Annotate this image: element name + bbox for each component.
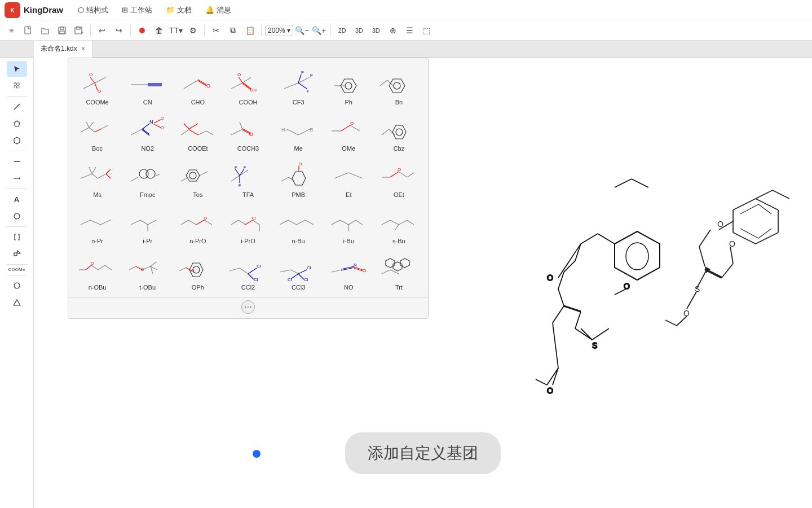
tool-ring5[interactable] bbox=[7, 116, 27, 132]
svg-line-228 bbox=[558, 289, 564, 306]
fg-item-n-PrO[interactable]: O n-PrO bbox=[173, 202, 222, 247]
fg-item-Et[interactable]: Et bbox=[324, 155, 373, 200]
custom-group-button[interactable]: 添加自定义基团 bbox=[345, 432, 501, 474]
fg-item-PMB[interactable]: O PMB bbox=[274, 155, 323, 200]
fg-item-COCH3[interactable]: O COCH3 bbox=[223, 109, 272, 154]
special-btn[interactable]: ⚙ bbox=[185, 23, 201, 38]
fg-item-i-Pr[interactable]: i-Pr bbox=[123, 202, 172, 247]
fg-item-i-Bu[interactable]: i-Bu bbox=[324, 202, 373, 247]
fg-item-Trt[interactable]: Trt bbox=[374, 248, 423, 293]
fg-item-n-OBu[interactable]: O n-OBu bbox=[73, 248, 122, 293]
fg-item-OPh[interactable]: O OPh bbox=[173, 248, 222, 293]
fg-item-OMe[interactable]: O OMe bbox=[324, 109, 373, 154]
menu-btn[interactable]: ≡ bbox=[3, 23, 19, 38]
3d-btn[interactable]: 3D bbox=[351, 23, 367, 38]
fg-structure-n-PrO: O bbox=[178, 207, 218, 237]
fg-structure-Et bbox=[328, 161, 369, 190]
zoom-in-btn[interactable]: 🔍+ bbox=[311, 23, 327, 38]
fg-item-Tos[interactable]: Tos bbox=[173, 155, 222, 200]
tool-circle2[interactable] bbox=[7, 278, 27, 294]
stereo-btn[interactable]: 3D bbox=[368, 23, 384, 38]
fg-item-CCl3[interactable]: Cl Cl Cl CCl3 bbox=[274, 248, 323, 293]
tool-arrow[interactable] bbox=[7, 170, 27, 186]
fg-item-Me[interactable]: H— R Me bbox=[274, 109, 323, 154]
fg-label-Tos: Tos bbox=[193, 191, 202, 198]
svg-line-103 bbox=[106, 174, 111, 178]
fg-item-Ms[interactable]: Ms bbox=[73, 155, 122, 200]
save-as-btn[interactable]: + bbox=[71, 23, 87, 38]
menu-xiaoxi[interactable]: 🔔 消息 bbox=[200, 3, 237, 17]
new-btn[interactable] bbox=[20, 23, 36, 38]
tool-lasso[interactable] bbox=[7, 78, 27, 94]
svg-line-136 bbox=[131, 220, 140, 225]
fg-item-Ph[interactable]: Ph bbox=[324, 63, 373, 108]
svg-marker-58 bbox=[389, 79, 405, 93]
fg-item-CN[interactable]: CN bbox=[123, 63, 172, 108]
atom-red-btn[interactable] bbox=[134, 23, 150, 38]
tool-triangle[interactable] bbox=[7, 295, 27, 310]
tool-line[interactable] bbox=[7, 154, 27, 169]
fg-item-s-Bu[interactable]: s-Bu bbox=[374, 202, 423, 247]
extra-btn2[interactable]: ☰ bbox=[402, 23, 418, 38]
copy-btn[interactable]: ⧉ bbox=[225, 23, 241, 38]
canvas[interactable]: O O COOMe bbox=[34, 58, 812, 508]
svg-line-191 bbox=[298, 270, 307, 274]
extra-btn3[interactable]: ⬚ bbox=[419, 23, 435, 38]
menu-gongzuozhan[interactable]: ⊞ 工作站 bbox=[116, 3, 158, 17]
tool-bracket[interactable] bbox=[7, 229, 27, 245]
zoom-select[interactable]: 200% ▾ bbox=[265, 25, 293, 36]
fg-item-i-PrO[interactable]: O i-PrO bbox=[223, 202, 272, 247]
fg-item-Boc[interactable]: Boc bbox=[73, 109, 122, 154]
save-btn[interactable] bbox=[54, 23, 70, 38]
tab-close-btn[interactable]: ✕ bbox=[81, 45, 86, 52]
2d-btn[interactable]: 2D bbox=[334, 23, 350, 38]
svg-line-100 bbox=[89, 167, 92, 174]
cut-btn[interactable]: ✂ bbox=[208, 23, 224, 38]
delete-btn[interactable]: 🗑 bbox=[151, 23, 167, 38]
fg-item-CF3[interactable]: F F F CF3 bbox=[274, 63, 323, 108]
svg-line-251 bbox=[699, 247, 705, 266]
fg-label-Fmoc: Fmoc bbox=[140, 191, 156, 198]
menu-jigoushi[interactable]: ⬡ 结构式 bbox=[72, 3, 114, 17]
tool-bond-single[interactable] bbox=[7, 99, 27, 115]
svg-line-225 bbox=[575, 244, 581, 261]
redo-btn[interactable]: ↪ bbox=[111, 23, 127, 38]
fg-item-NO[interactable]: N O NO bbox=[324, 248, 373, 293]
svg-text:O: O bbox=[161, 116, 164, 120]
fg-item-n-Bu[interactable]: n-Bu bbox=[274, 202, 323, 247]
tool-select[interactable] bbox=[7, 61, 27, 77]
fg-label-Cbz: Cbz bbox=[394, 145, 405, 152]
fg-item-Fmoc[interactable]: Fmoc bbox=[123, 155, 172, 200]
fg-item-CHO[interactable]: O CHO bbox=[173, 63, 222, 108]
paste-btn[interactable]: 📋 bbox=[242, 23, 258, 38]
fg-item-COOH[interactable]: OH O COOH bbox=[223, 63, 272, 108]
fg-expand-btn[interactable]: ⋯ bbox=[241, 300, 255, 314]
fg-item-NO2[interactable]: N O O NO2 bbox=[123, 109, 172, 154]
tool-shape[interactable] bbox=[7, 246, 27, 262]
fg-item-CCl2[interactable]: Cl Cl CCl2 bbox=[223, 248, 272, 293]
fg-item-t-OBu[interactable]: O t-OBu bbox=[123, 248, 172, 293]
svg-line-141 bbox=[188, 220, 196, 225]
toolbar: ≡ + ↩ ↪ 🗑 TT▾ ⚙ ✂ ⧉ 📋 200% ▾ 🔍− 🔍+ 2D 3D… bbox=[0, 20, 812, 41]
menu-wendang[interactable]: 📁 文档 bbox=[160, 3, 197, 17]
fg-label-s-Bu: s-Bu bbox=[392, 238, 405, 244]
fg-item-Bn[interactable]: Bn bbox=[374, 63, 423, 108]
text-format-btn[interactable]: TT▾ bbox=[168, 23, 184, 38]
tool-circle[interactable] bbox=[7, 208, 27, 224]
svg-point-55 bbox=[345, 82, 352, 89]
extra-btn1[interactable]: ⊕ bbox=[385, 23, 401, 38]
tool-ring6[interactable] bbox=[7, 133, 27, 148]
fg-item-OEt[interactable]: O OEt bbox=[374, 155, 423, 200]
fg-item-COOEt[interactable]: COOEt bbox=[173, 109, 222, 154]
fg-item-Cbz[interactable]: Cbz bbox=[374, 109, 423, 154]
tab-unnamed1[interactable]: 未命名1.kdx ✕ bbox=[34, 41, 93, 58]
fg-item-TFA[interactable]: F F F TFA bbox=[223, 155, 272, 200]
tool-text[interactable]: A bbox=[7, 191, 27, 207]
zoom-out-btn[interactable]: 🔍− bbox=[294, 23, 310, 38]
fg-item-COOMe[interactable]: O O COOMe bbox=[73, 63, 122, 108]
fg-item-n-Pr[interactable]: n-Pr bbox=[73, 202, 122, 247]
open-btn[interactable] bbox=[37, 23, 53, 38]
svg-point-111 bbox=[189, 172, 196, 179]
undo-btn[interactable]: ↩ bbox=[94, 23, 110, 38]
svg-text:O: O bbox=[249, 132, 253, 137]
